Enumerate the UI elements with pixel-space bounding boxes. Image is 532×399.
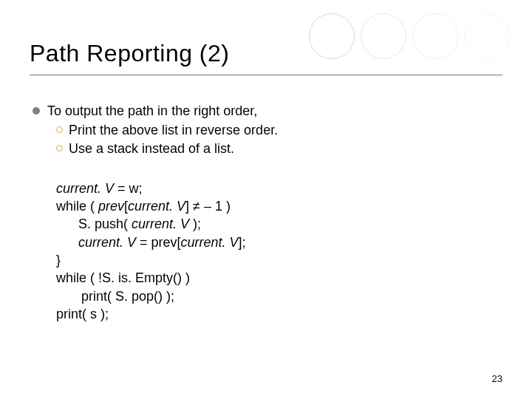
sub-bullet-text: Print the above list in reverse order. [69, 121, 278, 139]
bullet-hollow-icon [56, 145, 63, 151]
page-number: 23 [492, 373, 502, 384]
bullet-solid-icon [33, 107, 40, 115]
code-text: ]; [239, 235, 246, 250]
code-line: print( s ); [56, 305, 488, 323]
code-line: S. push( current. V ); [56, 215, 488, 233]
code-var: current. V [132, 216, 189, 231]
code-line: while ( !S. is. Empty() ) [56, 269, 488, 287]
code-line: while ( prev[current. V] ≠ – 1 ) [56, 197, 488, 215]
code-var: current. V [128, 199, 185, 214]
code-text: S. push( [78, 216, 132, 231]
code-text: = w; [114, 181, 143, 196]
code-text: while ( [56, 199, 98, 214]
code-line: current. V = w; [56, 180, 488, 197]
bullet-level-2: Use a stack instead of a list. [56, 140, 488, 157]
bullet-hollow-icon [56, 126, 63, 133]
bullet-level-2: Print the above list in reverse order. [56, 121, 488, 139]
bullet-level-1: To output the path in the right order, [33, 102, 488, 120]
code-var: current. V [181, 235, 239, 250]
code-text: ] ≠ – 1 ) [185, 199, 231, 214]
code-line: print( S. pop() ); [56, 287, 488, 305]
title-block: Path Reporting (2) [30, 40, 502, 75]
code-var: current. V [78, 235, 136, 250]
title-divider [30, 75, 502, 75]
sub-bullets: Print the above list in reverse order. U… [56, 121, 488, 157]
body-content: To output the path in the right order, P… [33, 102, 488, 323]
sub-bullet-text: Use a stack instead of a list. [69, 140, 234, 157]
page-title: Path Reporting (2) [30, 40, 502, 67]
code-var: prev [98, 199, 124, 214]
code-line: } [56, 251, 488, 269]
bullet-text: To output the path in the right order, [47, 102, 257, 120]
code-block: current. V = w; while ( prev[current. V]… [56, 180, 488, 323]
code-line: current. V = prev[current. V]; [56, 233, 488, 251]
code-text: ); [189, 216, 201, 231]
code-var: current. V [56, 181, 114, 196]
code-text: = prev[ [136, 235, 181, 250]
slide: Path Reporting (2) To output the path in… [0, 0, 532, 399]
